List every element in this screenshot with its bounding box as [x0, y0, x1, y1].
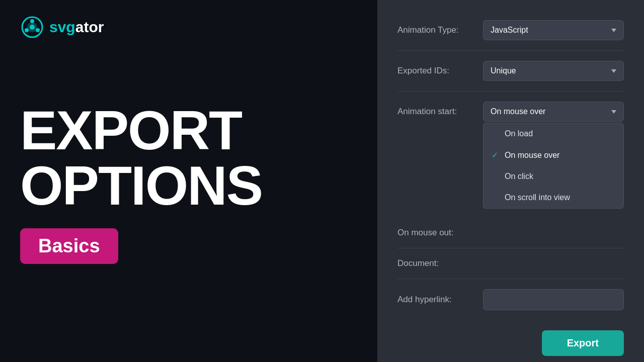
animation-start-row: Animation start: On mouse over On load ✓…	[397, 92, 624, 122]
animation-type-value: JavaScript	[491, 26, 528, 35]
basics-badge: Basics	[20, 228, 118, 264]
on-mouse-out-row: On mouse out:	[397, 220, 624, 248]
add-hyperlink-row: Add hyperlink:	[397, 279, 624, 320]
document-row: Document:	[397, 248, 624, 279]
bottom-section: Export	[397, 320, 624, 356]
dropdown-item-on-scroll-label: On scroll into view	[505, 193, 570, 202]
exported-ids-control: Unique	[483, 61, 624, 81]
add-hyperlink-input[interactable]	[483, 289, 624, 310]
animation-type-row: Animation Type: JavaScript	[397, 15, 624, 51]
animation-start-value: On mouse over	[491, 107, 545, 116]
animation-start-dropdown-menu: On load ✓ On mouse over On click On scro…	[483, 123, 624, 209]
dropdown-item-on-click[interactable]: On click	[484, 166, 623, 187]
left-panel: svg ator EXPORT OPTIONS Basics	[0, 0, 377, 362]
animation-start-label: Animation start:	[397, 107, 457, 117]
dropdown-item-on-load-label: On load	[505, 129, 533, 138]
dropdown-item-on-scroll[interactable]: On scroll into view	[484, 187, 623, 208]
dropdown-item-on-load[interactable]: On load	[484, 123, 623, 144]
dropdown-item-on-mouse-over-label: On mouse over	[505, 151, 559, 160]
exported-ids-row: Exported IDs: Unique	[397, 51, 624, 92]
dropdown-item-on-mouse-over-check: ✓	[492, 150, 500, 160]
main-title-area: EXPORT OPTIONS Basics	[20, 19, 357, 347]
exported-ids-value: Unique	[491, 66, 516, 75]
document-label: Document:	[397, 258, 439, 268]
animation-start-control: On mouse over On load ✓ On mouse over	[483, 102, 624, 122]
add-hyperlink-label: Add hyperlink:	[397, 295, 452, 305]
export-button[interactable]: Export	[542, 330, 624, 356]
right-panel: Animation Type: JavaScript Exported IDs:…	[377, 0, 644, 362]
on-mouse-out-label: On mouse out:	[397, 228, 454, 238]
form-section: Animation Type: JavaScript Exported IDs:…	[397, 15, 624, 320]
dropdown-item-on-click-label: On click	[505, 172, 533, 181]
add-hyperlink-control	[483, 289, 624, 310]
animation-type-label: Animation Type:	[397, 25, 459, 35]
exported-ids-chevron-icon	[611, 69, 616, 73]
dropdown-item-on-mouse-over[interactable]: ✓ On mouse over	[484, 144, 623, 166]
animation-type-select[interactable]: JavaScript	[483, 20, 624, 40]
animation-start-chevron-icon	[611, 110, 616, 114]
exported-ids-select[interactable]: Unique	[483, 61, 624, 81]
main-title-line1: EXPORT	[20, 103, 242, 158]
animation-type-control: JavaScript	[483, 20, 624, 40]
exported-ids-label: Exported IDs:	[397, 66, 449, 76]
animation-start-select[interactable]: On mouse over	[483, 102, 624, 122]
animation-type-chevron-icon	[611, 29, 616, 32]
main-title-line2: OPTIONS	[20, 158, 262, 213]
